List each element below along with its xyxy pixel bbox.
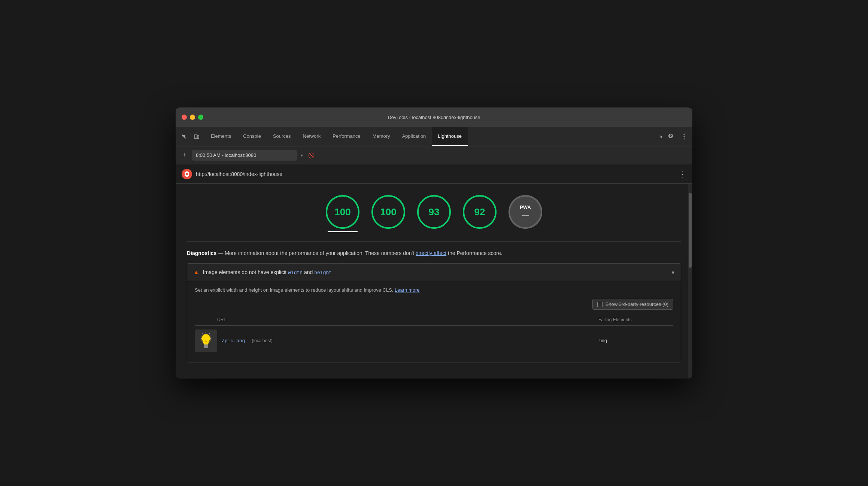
- maximize-button[interactable]: [198, 115, 203, 120]
- scores-divider: [187, 241, 681, 242]
- third-party-checkbox[interactable]: [597, 302, 603, 307]
- score-active-underline: [328, 231, 358, 232]
- warning-code-width: width: [288, 270, 303, 276]
- learn-more-link[interactable]: Learn more: [395, 287, 419, 293]
- third-party-label: Show 3rd-party resources (0): [606, 301, 668, 307]
- image-thumbnail: [195, 329, 217, 352]
- score-pwa[interactable]: PWA —: [509, 195, 542, 229]
- tabs-bar: Elements Console Sources Network Perform…: [176, 127, 692, 146]
- more-options-icon[interactable]: [679, 131, 689, 142]
- warning-code-height: height: [314, 270, 332, 276]
- tab-network[interactable]: Network: [297, 127, 327, 146]
- lighthouse-url: http://localhost:8080/index-lighthouse: [196, 171, 282, 177]
- score-seo-wrapper: 92: [463, 195, 497, 232]
- svg-point-3: [684, 136, 685, 137]
- devtools-window: DevTools - localhost:8080/index-lighthou…: [176, 107, 692, 379]
- col-header-failing: Failing Elements: [598, 317, 673, 322]
- col-header-url: URL: [195, 317, 598, 322]
- address-bar: + ▾ 🚫: [176, 146, 692, 164]
- more-tabs-button[interactable]: »: [656, 133, 665, 140]
- no-entry-icon: 🚫: [308, 152, 315, 158]
- tabs-right-icons: [665, 131, 689, 142]
- header-more-options[interactable]: ⋮: [679, 170, 686, 179]
- warning-title: Image elements do not have explicit widt…: [203, 269, 667, 276]
- resource-url-link[interactable]: /pic.png: [222, 338, 245, 344]
- add-tab-button[interactable]: +: [180, 151, 188, 160]
- tab-performance[interactable]: Performance: [327, 127, 366, 146]
- score-pwa-wrapper: PWA —: [509, 195, 542, 232]
- tab-elements[interactable]: Elements: [205, 127, 237, 146]
- table-header: URL Failing Elements: [195, 316, 673, 326]
- warning-section: ▲ Image elements do not have explicit wi…: [187, 263, 681, 362]
- score-accessibility-wrapper: 100: [371, 195, 405, 232]
- address-input[interactable]: [192, 150, 297, 161]
- svg-line-13: [209, 333, 210, 334]
- result-table: URL Failing Elements: [195, 316, 673, 356]
- score-best-practices[interactable]: 93: [417, 195, 451, 229]
- svg-rect-10: [204, 346, 208, 347]
- svg-point-6: [186, 173, 188, 175]
- dropdown-arrow-icon[interactable]: ▾: [301, 153, 303, 158]
- table-url-cell: /pic.png (localhost): [195, 329, 598, 352]
- svg-line-15: [202, 333, 203, 334]
- tab-sources[interactable]: Sources: [267, 127, 297, 146]
- directly-affect-link[interactable]: directly affect: [416, 250, 446, 256]
- warning-triangle-icon: ▲: [193, 269, 199, 276]
- warning-body: Set an explicit width and height on imag…: [187, 281, 681, 362]
- scrollbar-track[interactable]: [688, 184, 692, 379]
- scrollbar-thumb[interactable]: [689, 193, 692, 268]
- diagnostics-desc2: the Performance score.: [448, 250, 503, 256]
- minimize-button[interactable]: [190, 115, 195, 120]
- title-bar: DevTools - localhost:8080/index-lighthou…: [176, 107, 692, 127]
- warning-collapse-icon[interactable]: ∧: [671, 269, 675, 275]
- devtools-left-icons: [179, 131, 202, 142]
- svg-rect-11: [204, 347, 208, 348]
- score-accessibility[interactable]: 100: [371, 195, 405, 229]
- third-party-checkbox-btn[interactable]: Show 3rd-party resources (0): [592, 299, 673, 310]
- warning-header[interactable]: ▲ Image elements do not have explicit wi…: [187, 264, 681, 281]
- scores-row: 100 100 93 92: [187, 191, 681, 232]
- settings-icon[interactable]: [665, 131, 676, 142]
- svg-point-8: [202, 334, 210, 342]
- pwa-dash: —: [522, 211, 529, 219]
- inspect-icon[interactable]: [179, 131, 189, 142]
- tabs-list: Elements Console Sources Network Perform…: [205, 127, 656, 146]
- svg-rect-0: [194, 135, 197, 139]
- third-party-row: Show 3rd-party resources (0): [195, 299, 673, 310]
- score-performance[interactable]: 100: [326, 195, 359, 229]
- svg-rect-1: [197, 136, 199, 139]
- table-row: /pic.png (localhost) img: [195, 326, 673, 356]
- table-failing-cell: img: [598, 338, 673, 344]
- tab-console[interactable]: Console: [237, 127, 267, 146]
- window-title: DevTools - localhost:8080/index-lighthou…: [388, 115, 480, 120]
- tab-lighthouse[interactable]: Lighthouse: [432, 127, 468, 146]
- tab-memory[interactable]: Memory: [367, 127, 396, 146]
- score-best-practices-wrapper: 93: [417, 195, 451, 232]
- tab-application[interactable]: Application: [396, 127, 432, 146]
- svg-point-2: [684, 134, 685, 135]
- svg-point-4: [684, 138, 685, 139]
- traffic-lights: [182, 115, 203, 120]
- diagnostics-title: Diagnostics: [187, 250, 216, 256]
- close-button[interactable]: [182, 115, 187, 120]
- resource-origin: (localhost): [252, 338, 272, 343]
- diagnostics-section: Diagnostics — More information about the…: [187, 249, 681, 257]
- score-performance-wrapper: 100: [326, 195, 359, 232]
- device-icon[interactable]: [191, 131, 202, 142]
- warning-description: Set an explicit width and height on imag…: [195, 287, 673, 293]
- lighthouse-logo: [182, 169, 192, 179]
- diagnostics-desc: — More information about the performance…: [218, 250, 416, 256]
- main-content: 100 100 93 92: [176, 184, 692, 379]
- score-seo[interactable]: 92: [463, 195, 497, 229]
- lighthouse-header: http://localhost:8080/index-lighthouse ⋮: [176, 164, 692, 184]
- svg-rect-9: [204, 344, 208, 346]
